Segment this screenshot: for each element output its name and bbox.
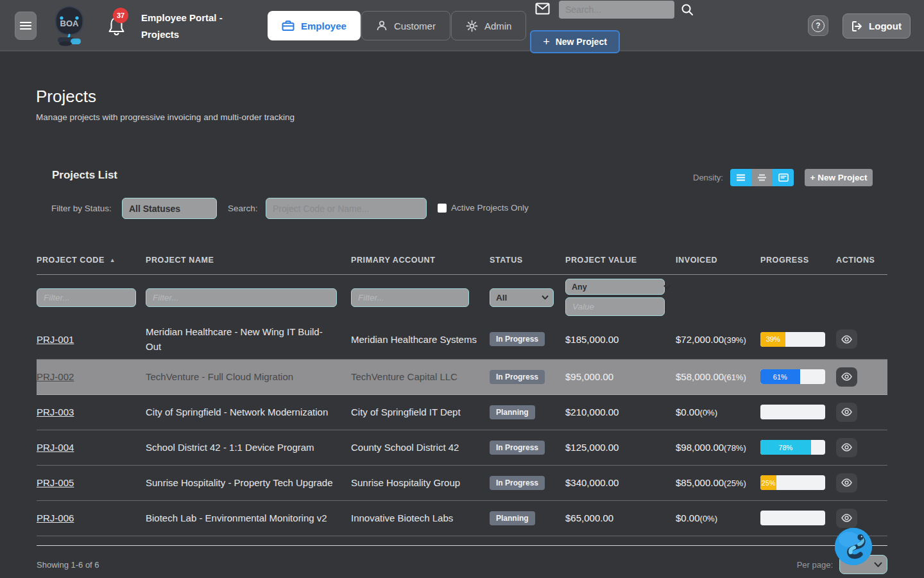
sort-asc-icon: ▲ (110, 257, 116, 263)
table-header-row: PROJECT CODE ▲ PROJECT NAME PRIMARY ACCO… (37, 256, 887, 275)
view-project-button[interactable] (836, 473, 857, 493)
tab-customer[interactable]: Customer (361, 11, 450, 40)
primary-account: County School District 42 (351, 440, 490, 455)
value-operator-select[interactable]: Any (565, 279, 665, 295)
primary-account: Sunrise Hospitality Group (351, 475, 490, 490)
primary-account: Meridian Healthcare Systems (351, 332, 490, 347)
notifications-bell[interactable]: 37 (108, 15, 130, 39)
hamburger-menu-button[interactable] (15, 12, 37, 40)
table-row[interactable]: PRJ-002 TechVenture - Full Cloud Migrati… (37, 360, 887, 395)
column-header-progress[interactable]: PROGRESS (760, 256, 836, 265)
new-project-button-list[interactable]: + New Project (805, 169, 873, 186)
tab-admin[interactable]: Admin (451, 11, 527, 40)
assistant-fab-button[interactable] (835, 528, 872, 565)
view-project-button[interactable] (836, 438, 857, 457)
project-name: Meridian Healthcare - New Wing IT Build-… (146, 324, 351, 355)
project-code-link[interactable]: PRJ-002 (37, 371, 74, 382)
view-project-button[interactable] (836, 367, 857, 387)
status-badge: In Progress (490, 476, 545, 490)
project-value: $185,000.00 (565, 334, 676, 345)
column-header-primary-account[interactable]: PRIMARY ACCOUNT (351, 256, 490, 265)
table-row[interactable]: PRJ-003 City of Springfield - Network Mo… (37, 395, 887, 430)
status-filter-select[interactable]: All Statuses (122, 198, 217, 219)
table-row[interactable]: PRJ-005 Sunrise Hospitality - Property T… (37, 466, 887, 501)
logout-icon (851, 21, 863, 32)
status-column-filter-select[interactable]: All (490, 288, 554, 307)
project-code-link[interactable]: PRJ-003 (37, 407, 74, 417)
mail-icon[interactable] (535, 3, 550, 15)
projects-list-title: Projects List (52, 169, 117, 182)
project-name: School District 42 - 1:1 Device Program (146, 440, 351, 455)
name-column-filter-input[interactable] (146, 288, 337, 307)
plus-icon: + (543, 35, 550, 49)
project-code-link[interactable]: PRJ-004 (37, 442, 74, 453)
primary-account: Innovative Biotech Labs (351, 511, 490, 525)
invoiced-value: $72,000.00(39%) (676, 334, 760, 345)
invoiced-value: $85,000.00(25%) (676, 477, 760, 488)
status-badge: In Progress (490, 441, 545, 455)
progress-bar-fill: 25% (760, 475, 776, 490)
page-title: Projects (36, 87, 96, 107)
table-footer: Showing 1-6 of 6 Per page: (37, 545, 887, 575)
indent-lines-icon (757, 174, 767, 181)
column-header-project-value[interactable]: PROJECT VALUE (565, 256, 676, 265)
card-view-icon (778, 173, 789, 182)
logout-button[interactable]: Logout (843, 13, 911, 39)
density-card-button[interactable] (773, 169, 794, 186)
table-row[interactable]: PRJ-001 Meridian Healthcare - New Wing I… (37, 320, 887, 360)
density-compact-button[interactable] (730, 169, 751, 186)
project-code-link[interactable]: PRJ-006 (37, 512, 74, 523)
app-title: Employee Portal - Projects (141, 10, 237, 42)
status-badge: In Progress (490, 332, 545, 346)
view-project-button[interactable] (836, 403, 857, 422)
eye-icon (841, 408, 852, 416)
progress-bar: 25% (760, 475, 825, 490)
list-lines-icon (736, 174, 746, 181)
global-search-input[interactable] (559, 1, 674, 19)
progress-bar-fill: 78% (760, 440, 811, 455)
project-name: Sunrise Hospitality - Property Tech Upgr… (146, 475, 351, 490)
column-header-actions: ACTIONS (836, 256, 881, 265)
project-code-link[interactable]: PRJ-001 (37, 334, 74, 345)
account-column-filter-input[interactable] (351, 288, 469, 307)
density-label: Density: (693, 173, 723, 182)
column-header-project-code[interactable]: PROJECT CODE ▲ (37, 256, 146, 265)
tab-label: Customer (394, 21, 436, 31)
eye-icon (841, 478, 852, 487)
active-projects-checkbox[interactable] (438, 204, 447, 213)
status-badge: In Progress (490, 370, 545, 384)
eye-icon (841, 335, 852, 344)
person-icon (376, 20, 388, 31)
project-name: TechVenture - Full Cloud Migration (146, 369, 351, 384)
invoiced-value: $98,000.00(78%) (676, 442, 760, 453)
view-project-button[interactable] (836, 329, 857, 349)
view-project-button[interactable] (836, 509, 857, 528)
progress-bar-fill: 61% (760, 369, 800, 384)
eye-icon (841, 372, 852, 381)
column-header-status[interactable]: STATUS (490, 256, 565, 265)
search-icon[interactable] (681, 3, 694, 16)
primary-account: TechVenture Capital LLC (351, 369, 490, 384)
progress-bar (760, 511, 825, 525)
logout-label: Logout (869, 21, 902, 31)
table-row[interactable]: PRJ-004 School District 42 - 1:1 Device … (37, 430, 887, 466)
status-badge: Planning (490, 511, 535, 525)
progress-bar: 61% (760, 369, 825, 384)
column-header-project-name[interactable]: PROJECT NAME (146, 256, 351, 265)
help-button[interactable]: ? (808, 15, 828, 36)
project-value: $340,000.00 (565, 477, 676, 488)
table-row[interactable]: PRJ-006 Biotech Lab - Environmental Moni… (37, 501, 887, 536)
code-column-filter-input[interactable] (37, 288, 136, 307)
progress-bar-fill: 39% (760, 332, 785, 347)
value-filter-input[interactable] (565, 297, 665, 316)
gear-icon (466, 20, 478, 32)
density-normal-button[interactable] (751, 169, 773, 186)
project-code-link[interactable]: PRJ-005 (37, 477, 74, 488)
tab-employee[interactable]: Employee (268, 11, 361, 40)
progress-bar: 39% (760, 332, 825, 347)
new-project-button-header[interactable]: + New Project (530, 30, 620, 53)
briefcase-icon (282, 20, 295, 31)
project-search-input[interactable] (266, 198, 427, 219)
project-name: Biotech Lab - Environmental Monitoring v… (146, 511, 351, 525)
column-header-invoiced[interactable]: INVOICED (676, 256, 760, 265)
